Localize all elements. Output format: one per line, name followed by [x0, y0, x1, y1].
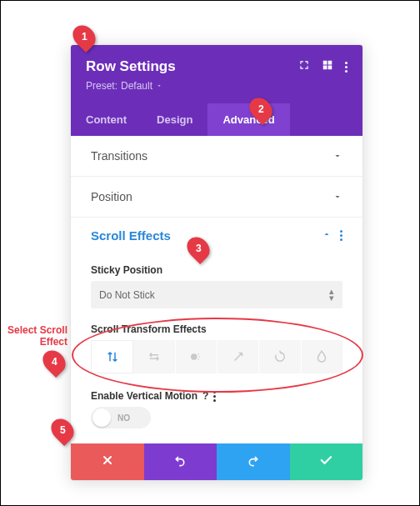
enable-vertical-label: Enable Vertical Motion [91, 390, 198, 402]
preset-row[interactable]: Preset: Default [86, 80, 348, 103]
accordion-label: Transitions [91, 149, 148, 163]
header-top: Row Settings [86, 58, 348, 75]
effect-blur-icon[interactable] [302, 340, 342, 373]
accordion-label: Scroll Effects [91, 228, 171, 243]
help-icon[interactable]: ? [202, 390, 208, 402]
close-icon [101, 453, 114, 470]
redo-button[interactable] [217, 443, 290, 480]
svg-point-0 [191, 354, 198, 361]
check-icon [318, 453, 333, 471]
expand-icon[interactable] [298, 59, 310, 74]
undo-button[interactable] [144, 443, 218, 480]
cancel-button[interactable] [71, 443, 144, 480]
sticky-position-select[interactable]: Do Not Stick ▴▾ [91, 281, 342, 308]
tabs: Content Design Advanced [71, 103, 362, 136]
effect-vertical-icon[interactable] [91, 340, 133, 373]
select-value: Do Not Stick [99, 289, 155, 301]
svg-point-2 [199, 357, 201, 358]
annotation-callout-4: 4 [38, 346, 70, 378]
tab-design[interactable]: Design [142, 103, 208, 136]
updown-icon: ▴▾ [329, 288, 334, 301]
redo-icon [247, 453, 260, 470]
panel-footer [71, 443, 362, 480]
tab-content[interactable]: Content [71, 103, 142, 136]
effect-fade-icon[interactable] [176, 340, 218, 373]
kebab-icon[interactable] [213, 391, 216, 402]
effect-scale-icon[interactable] [218, 340, 259, 373]
scroll-effects-section: Sticky Position Do Not Stick ▴▾ Scroll T… [71, 249, 362, 443]
kebab-icon[interactable] [345, 62, 348, 73]
svg-point-3 [198, 359, 200, 361]
panel-body: Transitions Position Scroll Effects [71, 136, 362, 443]
kebab-icon[interactable] [340, 230, 342, 241]
preset-prefix: Preset: [86, 80, 118, 92]
effect-rotate-icon[interactable] [259, 340, 301, 373]
header-actions [298, 59, 348, 74]
transform-effects-label: Scroll Transform Effects [91, 323, 342, 335]
accordion-scroll-effects[interactable]: Scroll Effects [71, 218, 362, 249]
undo-icon [173, 453, 187, 470]
sticky-position-label: Sticky Position [91, 264, 342, 276]
chevron-down-icon [332, 192, 342, 202]
row-settings-panel: Row Settings Preset: Default Content [70, 44, 363, 481]
svg-point-1 [198, 354, 200, 356]
transform-effects-grid [91, 340, 342, 373]
panel-header: Row Settings Preset: Default [71, 45, 362, 103]
annotation-select-label: Select Scroll Effect [5, 324, 68, 348]
panel-title: Row Settings [86, 58, 176, 75]
vertical-motion-toggle[interactable]: NO [91, 407, 151, 428]
toggle-state-label: NO [118, 413, 130, 423]
accordion-label: Position [91, 190, 132, 203]
accordion-position[interactable]: Position [71, 177, 362, 218]
enable-vertical-row: Enable Vertical Motion ? [91, 390, 342, 402]
caret-down-icon [156, 80, 162, 92]
chevron-up-icon [322, 228, 332, 243]
chevron-down-icon [332, 151, 342, 161]
save-button[interactable] [290, 443, 363, 480]
accordion-transitions[interactable]: Transitions [71, 136, 362, 177]
grid-icon[interactable] [322, 59, 333, 74]
preset-value: Default [121, 80, 152, 92]
toggle-knob [92, 408, 111, 427]
effect-horizontal-icon[interactable] [133, 340, 175, 373]
